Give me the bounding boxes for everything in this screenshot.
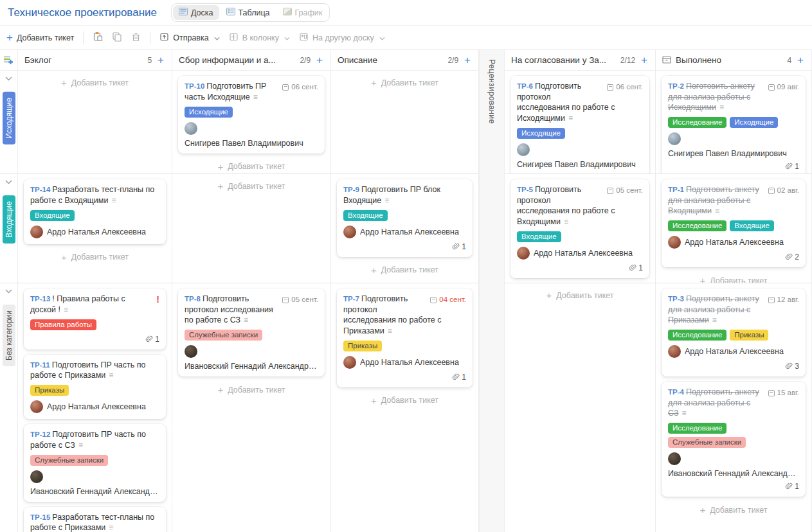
tab-table[interactable]: Таблица [221,5,276,20]
add-ticket-ghost[interactable]: +Добавить тикет [172,174,330,197]
to-other-board-button[interactable]: На другую доску [299,32,385,44]
avatar [343,356,356,369]
avatar [343,226,356,238]
tag-incoming[interactable]: Входящие [730,220,774,231]
tag-orders[interactable]: Приказы [730,330,768,341]
ticket-key[interactable]: ТР-7 [343,295,359,303]
tag-research[interactable]: Исследование [668,220,726,231]
avatar [30,470,43,483]
column-name: Сбор информации и а... [179,55,295,65]
assignee-name: Ивановский Геннадий Александрович [668,469,799,478]
add-ticket-ghost[interactable]: +Добавить тикет [172,378,330,400]
tag-memos[interactable]: Служебные записки [30,455,108,466]
ticket-card-tp11[interactable]: ТР-11Подготовить ПР часть по работе с Пр… [24,355,166,420]
tag-outgoing[interactable]: Исходящие [185,107,233,118]
ticket-key[interactable]: ТР-8 [185,295,201,303]
ticket-key[interactable]: ТР-3 [668,295,684,303]
column-header-description: Описание 2/9 + [331,50,479,71]
delete-button[interactable] [131,32,141,44]
tag-incoming[interactable]: Входящие [30,210,75,221]
ticket-card-tp14[interactable]: ТР-14Разработать тест-планы по работе с … [24,179,166,244]
ticket-card-tp5[interactable]: 05 сент.ТР-5Подготовить протокол исследо… [510,179,649,278]
ticket-card-tp12[interactable]: ТР-12Подготовить ПР часть по работе с СЗ… [24,424,166,502]
add-ticket-column-button[interactable]: + [796,55,805,66]
ticket-key[interactable]: ТР-10 [185,82,204,90]
ticket-key[interactable]: ТР-14 [30,186,50,193]
ticket-key[interactable]: ТР-13 [30,295,50,303]
add-ticket-button[interactable]: + Добавить тикет [6,32,74,43]
add-ticket-column-button[interactable]: + [156,55,165,66]
column-count: 2/12 [620,56,635,65]
ticket-card-tp1[interactable]: 02 авг.ТР-1Подготовить анкету для анализ… [662,179,806,267]
ticket-key[interactable]: ТР-11 [30,361,50,369]
avatar [30,226,43,238]
ticket-card-tp4[interactable]: 15 авг.ТР-4Подготовить анкету для анализ… [662,382,806,497]
paste-button[interactable] [93,31,103,44]
tag-outgoing[interactable]: Исходящие [730,117,778,128]
tag-incoming[interactable]: Входящие [517,231,561,242]
copy-button[interactable] [112,31,122,44]
ticket-key[interactable]: ТР-4 [668,388,684,396]
kanban-board: Бэклог 5 + Сбор информации и а... 2/9 + … [0,50,812,532]
add-ticket-ghost[interactable]: +Добавить тикет [505,283,655,306]
add-ticket-column-button[interactable]: + [463,55,472,66]
ticket-key[interactable]: ТР-15 [30,513,50,521]
to-column-button[interactable]: В колонку [229,32,290,44]
column-name: На согласовании у За... [511,55,616,65]
board-cell: ТР-14Разработать тест-планы по работе с … [18,173,172,283]
add-ticket-ghost[interactable]: +Добавить тикет [331,71,478,93]
tag-research[interactable]: Исследование [668,330,726,341]
tag-research[interactable]: Исследование [668,423,726,434]
add-ticket-ghost[interactable]: +Добавить тикет [656,498,811,520]
add-swimlane-icon[interactable] [3,55,14,68]
description-icon: ≡ [111,196,116,205]
ticket-card-tp3[interactable]: 12 авг.ТР-3Подготовить анкету для анализ… [662,288,806,377]
tag-orders[interactable]: Приказы [30,385,69,396]
add-ticket-ghost[interactable]: +Добавить тикет [18,245,172,268]
calendar-icon [768,297,775,303]
add-ticket-ghost[interactable]: +Добавить тикет [331,258,478,281]
tag-research[interactable]: Исследование [668,117,726,128]
avatar [668,132,681,145]
chevron-down-icon[interactable] [5,76,12,81]
ticket-key[interactable]: ТР-12 [30,430,50,438]
ticket-card-tp15[interactable]: ТР-15Разработать тест-планы по работе с … [24,507,166,532]
ticket-card-tp7[interactable]: 04 сент.ТР-7Подготовить протокол исследо… [337,288,473,387]
add-ticket-ghost[interactable]: +Добавить тикет [172,155,330,173]
toolbar: + Добавить тикет Отправка В колонку На д… [0,26,812,50]
tag-orders[interactable]: Приказы [343,341,382,351]
description-icon: ≡ [78,441,83,450]
ticket-card-tp9[interactable]: ТР-9Подготовить ПР блок Входящие≡ Входящ… [337,179,473,257]
add-ticket-ghost[interactable]: +Добавить тикет [18,71,172,93]
tab-chart[interactable]: График [277,5,329,20]
ticket-card-tp13[interactable]: !ТР-13! Правила работы с доской !≡ Прави… [24,288,166,350]
ticket-key[interactable]: ТР-6 [517,82,533,90]
add-ticket-column-button[interactable]: + [315,55,324,66]
chevron-down-icon[interactable] [5,180,12,184]
column-collapsed-review[interactable]: Рецензирование [479,50,505,532]
chevron-down-icon[interactable] [5,289,12,294]
ticket-key[interactable]: ТР-5 [517,186,533,193]
tab-board[interactable]: Доска [173,5,219,20]
swimlane-label-no-category[interactable]: Без категории [3,305,15,366]
ticket-card-tp8[interactable]: 05 сент.ТР-8Подготовить протокол исследо… [178,288,325,377]
ticket-key[interactable]: ТР-9 [343,186,359,193]
ticket-card-tp6[interactable]: 06 сент.ТР-6Подготовить протокол исследо… [510,76,649,173]
add-ticket-column-button[interactable]: + [640,55,649,66]
tag-memos[interactable]: Служебные записки [185,330,262,341]
tag-memos[interactable]: Служебные записки [668,437,746,448]
ticket-key[interactable]: ТР-1 [668,186,684,193]
tag-incoming[interactable]: Входящие [343,210,388,221]
send-button[interactable]: Отправка [159,32,219,44]
tag-rules[interactable]: Правила работы [30,319,96,330]
tag-outgoing[interactable]: Исходящие [517,128,565,139]
add-ticket-ghost[interactable]: +Добавить тикет [656,269,811,283]
swimlane-label-outgoing[interactable]: Исходящие [3,92,15,145]
ticket-card-tp10[interactable]: 06 сент.ТР-10Подготовить ПР часть Исходя… [178,76,325,154]
ticket-card-tp2[interactable]: 09 авг.ТР-2Поготовить анкету для анализа… [662,76,806,173]
add-ticket-ghost[interactable]: +Добавить тикет [331,389,478,411]
swimlane-label-incoming[interactable]: Входящие [3,195,15,244]
avatar [30,400,43,413]
ticket-key[interactable]: ТР-2 [668,82,684,90]
plus-icon: + [699,276,705,283]
